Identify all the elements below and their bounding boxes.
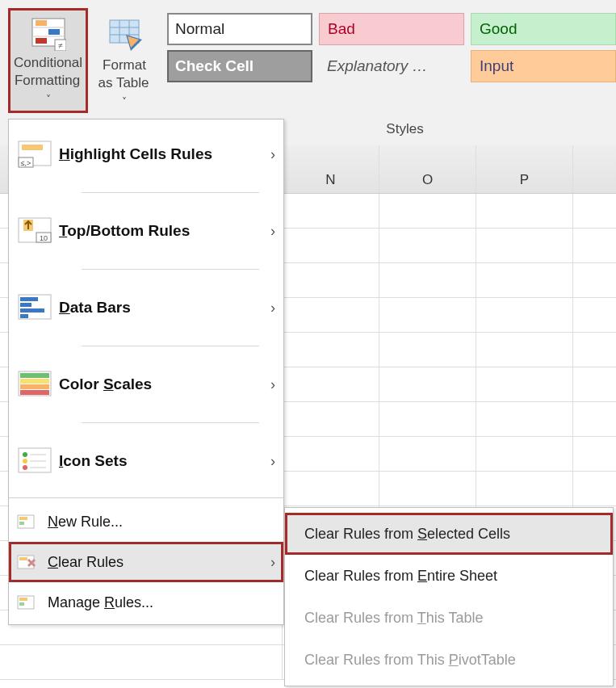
svg-rect-25 xyxy=(20,314,28,318)
svg-rect-22 xyxy=(20,297,38,301)
new-rule-icon xyxy=(17,513,48,531)
chevron-down-icon: ˅ xyxy=(122,96,127,107)
style-bad-label: Bad xyxy=(328,20,355,38)
svg-text:10: 10 xyxy=(40,234,48,242)
style-check-cell-label: Check Cell xyxy=(175,57,254,75)
style-input[interactable]: Input xyxy=(471,50,616,82)
svg-rect-44 xyxy=(19,598,27,601)
svg-text:≤,>: ≤,> xyxy=(21,159,31,167)
format-as-table-button[interactable]: Format as Table ˅ xyxy=(91,8,157,113)
svg-rect-39 xyxy=(19,517,27,520)
svg-rect-23 xyxy=(20,303,31,307)
menu-data-bars[interactable]: Data Bars › xyxy=(9,275,283,341)
manage-rules-icon xyxy=(17,594,48,611)
chevron-right-icon: › xyxy=(270,554,275,571)
menu-label: New Rule... xyxy=(48,514,275,531)
submenu-clear-this-pivottable: Clear Rules from This PivotTable xyxy=(285,639,613,681)
chevron-right-icon: › xyxy=(270,376,275,393)
menu-icon-sets[interactable]: Icon Sets › xyxy=(9,428,283,494)
conditional-formatting-label: Conditional Formatting xyxy=(14,55,82,88)
format-as-table-label: Format as Table xyxy=(98,57,149,90)
submenu-label: Clear Rules from This PivotTable xyxy=(304,652,516,669)
conditional-formatting-button[interactable]: ≠ Conditional Formatting ˅ xyxy=(8,8,88,113)
clear-rules-submenu: Clear Rules from Selected Cells Clear Ru… xyxy=(284,507,614,686)
svg-rect-27 xyxy=(20,373,49,378)
menu-label: Top/Bottom Rules xyxy=(59,222,270,240)
submenu-clear-entire-sheet[interactable]: Clear Rules from Entire Sheet xyxy=(285,555,613,597)
svg-point-33 xyxy=(23,459,27,464)
style-check-cell[interactable]: Check Cell xyxy=(167,50,312,82)
svg-rect-5 xyxy=(36,38,47,44)
submenu-label: Clear Rules from Entire Sheet xyxy=(304,568,497,585)
submenu-clear-selected-cells[interactable]: Clear Rules from Selected Cells xyxy=(285,513,613,555)
style-explanatory-label: Explanatory … xyxy=(327,57,428,75)
svg-point-32 xyxy=(23,452,27,457)
column-header[interactable]: O xyxy=(379,145,476,193)
conditional-formatting-menu: ≤,> Highlight Cells Rules › 10 Top/Botto… xyxy=(8,119,284,625)
chevron-right-icon: › xyxy=(270,300,275,317)
style-bad[interactable]: Bad xyxy=(319,13,464,45)
menu-highlight-cells-rules[interactable]: ≤,> Highlight Cells Rules › xyxy=(9,121,283,187)
svg-rect-42 xyxy=(19,557,27,560)
menu-new-rule[interactable]: New Rule... xyxy=(9,501,283,542)
chevron-right-icon: › xyxy=(270,146,275,163)
submenu-label: Clear Rules from This Table xyxy=(304,610,483,627)
svg-rect-29 xyxy=(20,384,49,389)
svg-rect-14 xyxy=(22,145,43,150)
menu-top-bottom-rules[interactable]: 10 Top/Bottom Rules › xyxy=(9,198,283,264)
format-as-table-icon xyxy=(107,13,142,53)
column-header[interactable]: N xyxy=(283,145,379,193)
column-header[interactable]: Q xyxy=(573,145,616,193)
styles-gallery: Normal Bad Good Check Cell Explanatory …… xyxy=(167,13,616,82)
icon-sets-icon xyxy=(17,447,59,476)
menu-label: Data Bars xyxy=(59,299,270,317)
top-bottom-icon: 10 xyxy=(17,216,59,245)
style-input-label: Input xyxy=(480,57,513,75)
chevron-right-icon: › xyxy=(270,223,275,240)
data-bars-icon xyxy=(17,293,59,322)
menu-color-scales[interactable]: Color Scales › xyxy=(9,351,283,417)
menu-label: Highlight Cells Rules xyxy=(59,145,270,163)
menu-manage-rules[interactable]: Manage Rules... xyxy=(9,582,283,623)
style-good[interactable]: Good xyxy=(471,13,616,45)
color-scales-icon xyxy=(17,370,59,399)
column-header[interactable]: P xyxy=(476,145,573,193)
conditional-formatting-icon: ≠ xyxy=(31,15,66,51)
submenu-label: Clear Rules from Selected Cells xyxy=(304,526,510,543)
svg-text:≠: ≠ xyxy=(58,41,63,50)
menu-clear-rules[interactable]: Clear Rules › xyxy=(9,542,283,582)
style-normal[interactable]: Normal xyxy=(167,13,312,45)
svg-point-34 xyxy=(23,465,27,470)
svg-rect-4 xyxy=(48,29,60,35)
clear-rules-icon xyxy=(17,553,48,571)
svg-rect-28 xyxy=(20,379,49,384)
svg-rect-30 xyxy=(20,390,49,395)
chevron-right-icon: › xyxy=(270,453,275,470)
style-good-label: Good xyxy=(480,20,517,38)
svg-rect-3 xyxy=(36,20,47,26)
svg-rect-45 xyxy=(19,602,24,606)
chevron-down-icon: ˅ xyxy=(46,94,51,105)
svg-rect-40 xyxy=(19,522,24,525)
submenu-clear-this-table: Clear Rules from This Table xyxy=(285,597,613,639)
menu-label: Clear Rules xyxy=(48,554,270,571)
highlight-cells-icon: ≤,> xyxy=(17,140,59,169)
menu-label: Color Scales xyxy=(59,375,270,393)
style-explanatory[interactable]: Explanatory … xyxy=(319,50,464,82)
style-normal-label: Normal xyxy=(175,20,224,38)
menu-label: Manage Rules... xyxy=(48,594,275,611)
svg-rect-24 xyxy=(20,308,44,313)
menu-label: Icon Sets xyxy=(59,452,270,470)
